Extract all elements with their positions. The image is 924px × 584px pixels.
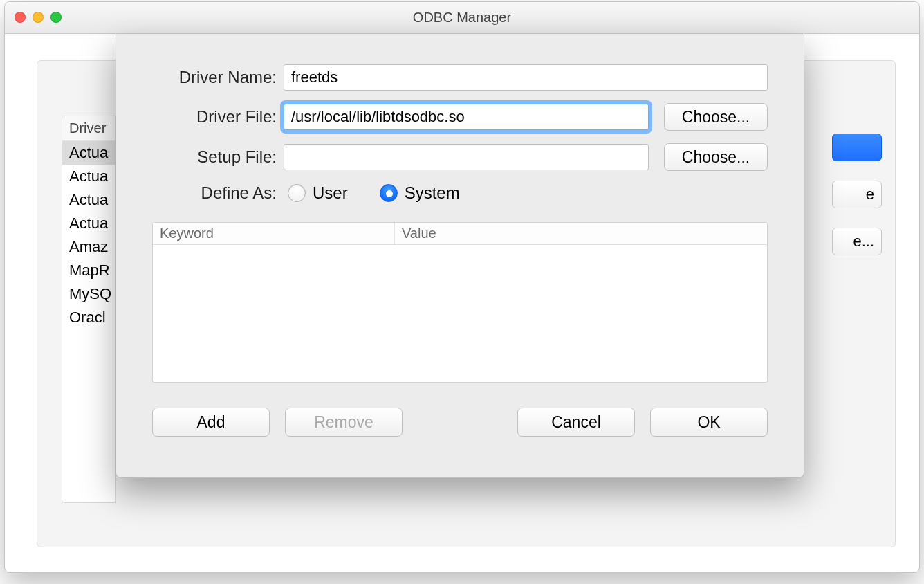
kv-header-value: Value — [395, 223, 767, 244]
define-as-system-radio[interactable]: System — [380, 183, 460, 203]
radio-icon — [288, 184, 306, 202]
driver-file-input[interactable] — [284, 104, 649, 130]
list-item[interactable]: MySQ — [62, 282, 115, 306]
window-title: ODBC Manager — [5, 10, 919, 26]
minimize-icon[interactable] — [33, 12, 44, 23]
define-as-group: User System — [284, 183, 460, 203]
background-side-buttons: e e... — [832, 134, 882, 255]
setup-file-label: Setup File: — [152, 147, 284, 167]
cancel-button[interactable]: Cancel — [517, 408, 635, 437]
list-item[interactable]: Oracl — [62, 306, 115, 329]
background-button[interactable]: e — [832, 181, 882, 208]
kv-header-keyword: Keyword — [153, 223, 395, 244]
sheet-button-row: Add Remove Cancel OK — [152, 408, 768, 437]
choose-setup-file-button[interactable]: Choose... — [664, 143, 768, 171]
add-driver-sheet: Driver Name: Driver File: Choose... Setu… — [115, 34, 804, 478]
list-item[interactable]: Actua — [62, 141, 115, 165]
driver-list-header: Driver — [62, 116, 115, 141]
titlebar: ODBC Manager — [5, 2, 919, 34]
driver-file-label: Driver File: — [152, 107, 284, 127]
list-item[interactable]: MapR — [62, 259, 115, 282]
close-icon[interactable] — [15, 12, 26, 23]
remove-button[interactable]: Remove — [285, 408, 403, 437]
define-as-user-radio[interactable]: User — [288, 183, 348, 203]
list-item[interactable]: Actua — [62, 165, 115, 188]
background-primary-button[interactable] — [832, 134, 882, 161]
setup-file-input[interactable] — [284, 144, 649, 170]
radio-label: System — [405, 183, 460, 203]
choose-driver-file-button[interactable]: Choose... — [664, 103, 768, 131]
driver-list: Driver Actua Actua Actua Actua Amaz MapR… — [62, 116, 115, 503]
radio-icon — [380, 184, 398, 202]
background-button[interactable]: e... — [832, 228, 882, 255]
driver-name-input[interactable] — [284, 64, 768, 91]
list-item[interactable]: Actua — [62, 212, 115, 235]
ok-button[interactable]: OK — [650, 408, 768, 437]
radio-label: User — [313, 183, 348, 203]
window: ODBC Manager Driver Actua Actua Actua Ac… — [4, 1, 920, 573]
driver-name-label: Driver Name: — [152, 68, 284, 87]
zoom-icon[interactable] — [50, 12, 62, 23]
list-item[interactable]: Actua — [62, 188, 115, 212]
kv-header-row: Keyword Value — [153, 223, 767, 245]
keyword-value-table[interactable]: Keyword Value — [152, 222, 768, 383]
define-as-label: Define As: — [152, 183, 284, 203]
add-button[interactable]: Add — [152, 408, 270, 437]
traffic-lights — [15, 12, 62, 23]
list-item[interactable]: Amaz — [62, 235, 115, 259]
